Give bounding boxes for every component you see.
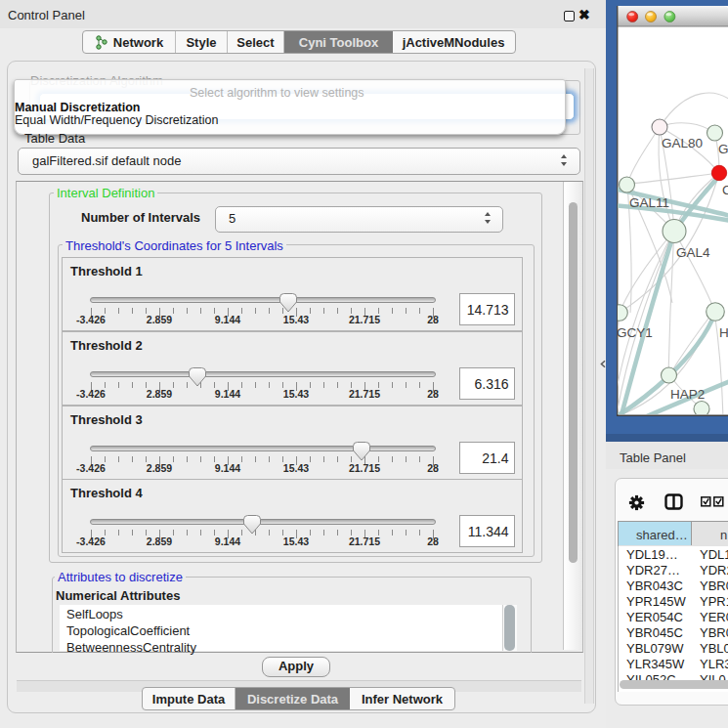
svg-text:H: H	[719, 325, 728, 340]
svg-text:GAL4: GAL4	[676, 245, 710, 260]
svg-text:GCY1: GCY1	[617, 325, 653, 340]
svg-text:GA: GA	[718, 142, 728, 156]
svg-text:C: C	[722, 183, 728, 197]
svg-text:GAL80: GAL80	[662, 136, 703, 150]
svg-text:HAP2: HAP2	[670, 387, 705, 402]
svg-text:GAL11: GAL11	[629, 195, 669, 210]
